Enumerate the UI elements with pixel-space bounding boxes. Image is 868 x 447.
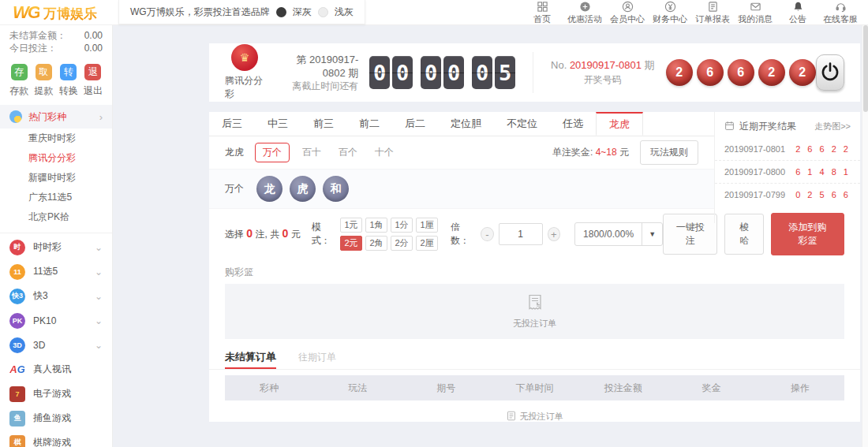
top-nav: 首页 优惠活动 会员中心 财务中心 订单报表 我的消息 公告 在线客服 [521,0,862,25]
withdraw-button[interactable]: 取 提款 [34,64,53,98]
position-baishi[interactable]: 百十 [302,146,321,159]
category-fishing[interactable]: 鱼 捕鱼游戏 [0,406,112,430]
sidebar-item-bjpk10[interactable]: 北京PK拾 [0,207,112,227]
multiple-decrease-button[interactable]: - [481,227,493,241]
hot-lottery-list: 重庆时时彩 腾讯分分彩 新疆时时彩 广东11选5 北京PK拾 [0,129,112,227]
recent-result-row: 20190917-0800 6 1 4 8 1 [715,161,860,184]
mode-1fen[interactable]: 1分 [391,218,413,233]
lottery-badge-icon: ♛ [231,44,258,71]
position-shige[interactable]: 十个 [375,146,394,159]
category-live-casino[interactable]: AG 真人视讯 [0,357,112,382]
clock-digit: 0 [421,56,441,89]
category-3d[interactable]: 3D 3D ⌄ [0,333,112,357]
mode-2yuan[interactable]: 2元 [340,236,362,251]
result-ball: 2 [789,59,816,86]
category-slots[interactable]: 7 电子游戏 [0,382,112,406]
nav-announcements[interactable]: 公告 [776,1,819,25]
mode-1jiao[interactable]: 1角 [365,218,387,233]
theme-dark-radio[interactable] [276,7,286,17]
result-label: 开奖号码 [551,73,655,87]
tab-zhongsan[interactable]: 中三 [255,112,301,136]
scrollbar-thumb[interactable] [863,25,868,112]
tab-dingweidan[interactable]: 定位胆 [438,112,494,136]
nav-messages[interactable]: 我的消息 [734,1,776,25]
tab-past-orders[interactable]: 往期订单 [298,346,336,369]
bet-count: 0 [246,227,253,240]
transfer-button[interactable]: 转 转换 [59,64,78,98]
clock-digit: 0 [369,56,390,89]
theme-dark-label: 深灰 [293,6,312,19]
tab-longhu[interactable]: 龙虎 [596,112,643,136]
draw-info-card: ♛ 腾讯分分彩 第 20190917-0802 期 离截止时间还有 0 0 0 … [209,43,860,102]
option-tie[interactable]: 和 [323,176,349,202]
trend-chart-link[interactable]: 走势图>> [814,121,851,132]
category-pk10[interactable]: PK PK10 ⌄ [0,308,112,333]
nav-home[interactable]: 首页 [521,1,563,25]
position-wange[interactable]: 万个 [255,143,290,162]
logout-button[interactable]: 退 退出 [84,64,103,98]
quick-bet-button[interactable]: 一键投注 [663,214,717,255]
position-row: 龙虎 万个 百十 百个 十个 单注奖金: 4~18 元 玩法规则 [209,136,714,169]
sidebar-item-xjssc[interactable]: 新疆时时彩 [0,168,112,188]
multiple-input[interactable] [499,223,543,245]
sound-toggle-button[interactable] [816,54,844,91]
sidebar-item-cqssc[interactable]: 重庆时时彩 [0,129,112,148]
chevron-down-icon: ⌄ [95,291,103,302]
result-ball: 6 [697,59,724,86]
finance-icon [664,1,676,13]
recent-results-panel: 近期开奖结果 走势图>> 20190917-0801 2 6 6 2 2 201… [714,112,860,223]
nav-promotions[interactable]: 优惠活动 [563,1,606,25]
multiple-increase-button[interactable]: + [548,227,560,241]
rules-button[interactable]: 玩法规则 [640,140,698,165]
mode-label: 模式： [312,221,337,248]
position-baige[interactable]: 百个 [339,146,357,159]
promo-icon [579,1,591,13]
hot-lottery-header[interactable]: 热门彩种 › [0,105,112,129]
tab-qianer[interactable]: 前二 [346,112,392,136]
category-k3[interactable]: 快3 快3 ⌄ [0,284,112,308]
withdraw-icon: 取 [36,64,52,80]
mode-2jiao[interactable]: 2角 [365,236,387,251]
logo-name-text: 万博娱乐 [43,5,97,23]
category-11x5[interactable]: 11 11选5 ⌄ [0,259,112,284]
board-games-icon: 棋 [9,435,25,447]
mode-2li[interactable]: 2厘 [416,236,438,251]
countdown-label: 离截止时间还有 [282,80,358,93]
sidebar-item-gd11x5[interactable]: 广东11选5 [0,188,112,207]
betting-panel: 近期开奖结果 走势图>> 20190917-0801 2 6 6 2 2 201… [209,112,860,422]
result-ball: 6 [728,59,754,86]
nav-online-service[interactable]: 在线客服 [819,1,862,25]
orders-empty-text: 无投注订单 [520,411,563,423]
tab-qiansan[interactable]: 前三 [301,112,346,136]
category-ssc[interactable]: 时 时时彩 ⌄ [0,235,112,259]
countdown-clock: 0 0 0 0 0 5 [369,56,515,89]
page-scrollbar[interactable] [862,25,868,447]
theme-light-radio[interactable] [318,7,328,17]
rebate-dropdown[interactable]: 1800/0.00% ▼ [574,222,663,246]
theme-light-label: 浅灰 [335,6,354,19]
power-icon [820,61,840,84]
nav-order-report[interactable]: 订单报表 [691,1,734,25]
site-logo[interactable]: WG 万博娱乐 [13,2,97,23]
service-icon [835,1,847,13]
nav-member-center[interactable]: 会员中心 [606,1,649,25]
sidebar-item-txffc[interactable]: 腾讯分分彩 [0,148,112,168]
option-dragon[interactable]: 龙 [256,176,282,202]
mode-2fen[interactable]: 2分 [391,236,413,251]
option-tiger[interactable]: 虎 [290,176,316,202]
tab-housan[interactable]: 后三 [209,112,255,136]
tab-budingwei[interactable]: 不定位 [494,112,550,136]
result-balls: 2 6 6 2 2 [666,59,816,86]
fishing-icon: 鱼 [9,411,25,427]
mode-1yuan[interactable]: 1元 [340,218,362,233]
tab-unsettled-orders[interactable]: 未结算订单 [225,346,276,369]
category-board-games[interactable]: 棋 棋牌游戏 [0,430,112,447]
tab-houer[interactable]: 后二 [392,112,438,136]
unsettled-label: 未结算金额： [9,29,66,42]
logo-wg-text: WG [13,2,39,23]
nav-finance-center[interactable]: 财务中心 [649,1,691,25]
mode-1li[interactable]: 1厘 [416,218,438,233]
tab-renxuan[interactable]: 任选 [550,112,596,136]
deposit-button[interactable]: 存 存款 [9,64,28,98]
mode-buttons: 1元 1角 1分 1厘 2元 2角 2分 2厘 [340,218,438,251]
